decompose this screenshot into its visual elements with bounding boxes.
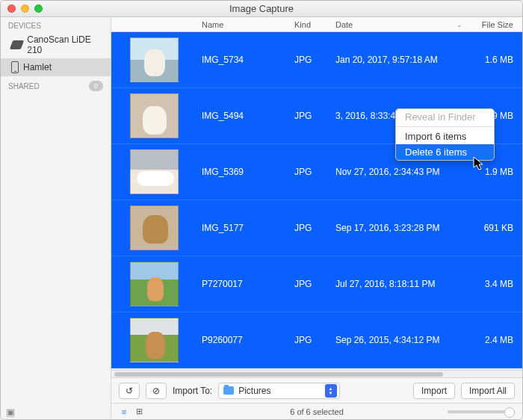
thumbnail-image [130, 206, 179, 250]
column-header-date[interactable]: Date ⌄ [335, 20, 470, 29]
import-to-label: Import To: [173, 386, 212, 396]
cell-name: IMG_5494 [197, 111, 294, 121]
delete-button[interactable]: ⊘ [146, 383, 167, 399]
column-headers: Name Kind Date ⌄ File Size [111, 17, 522, 32]
title-bar: Image Capture [1, 1, 522, 17]
cell-date: Nov 27, 2016, 2:34:43 PM [335, 167, 470, 177]
table-row[interactable]: IMG_5177 JPG Sep 17, 2016, 3:23:28 PM 69… [111, 200, 522, 256]
cell-size: 3.4 MB [470, 279, 522, 289]
cell-name: IMG_5369 [197, 167, 294, 177]
status-bar: ≡ ⊞ 6 of 6 selected [111, 403, 522, 419]
cell-kind: JPG [294, 335, 335, 345]
cell-date: Sep 26, 2015, 4:34:12 PM [335, 335, 470, 345]
thumbnail-image [130, 262, 179, 306]
window-title: Image Capture [1, 3, 522, 14]
list-view-button[interactable]: ≡ [119, 407, 129, 416]
context-menu-delete[interactable]: Delete 6 items [396, 144, 494, 160]
scanner-icon [10, 40, 25, 49]
bottom-toolbar: ↺ ⊘ Import To: Pictures ▲▼ Import Import… [111, 377, 522, 403]
sidebar: DEVICES CanoScan LiDE 210 Hamlet SHARED … [1, 17, 111, 419]
thumbnail-cell [111, 93, 197, 138]
cell-kind: JPG [294, 55, 335, 65]
table-row[interactable]: P7270017 JPG Jul 27, 2016, 8:18:11 PM 3.… [111, 256, 522, 312]
rotate-icon: ↺ [126, 386, 133, 396]
thumbnail-image [130, 37, 179, 82]
cell-kind: JPG [294, 279, 335, 289]
folder-icon [223, 386, 234, 395]
thumbnail-image [130, 93, 179, 138]
delete-icon: ⊘ [152, 386, 160, 396]
import-all-button[interactable]: Import All [461, 383, 515, 399]
window-body: DEVICES CanoScan LiDE 210 Hamlet SHARED … [1, 17, 522, 419]
thumbnail-cell [111, 262, 197, 306]
thumbnail-cell [111, 37, 197, 82]
show-details-button[interactable]: ▣ [6, 407, 15, 418]
sidebar-section-devices: DEVICES [1, 17, 111, 31]
thumbnail-image [130, 318, 179, 362]
import-to-select[interactable]: Pictures ▲▼ [218, 383, 339, 399]
column-header-kind[interactable]: Kind [294, 20, 335, 29]
select-caret-icon: ▲▼ [325, 384, 337, 398]
context-menu-import[interactable]: Import 6 items [396, 129, 494, 144]
rotate-button[interactable]: ↺ [119, 383, 140, 399]
sidebar-item-phone[interactable]: Hamlet [1, 58, 111, 76]
cell-size: 2.4 MB [470, 335, 522, 345]
cell-name: P7270017 [197, 279, 294, 289]
context-menu: Reveal in Finder Import 6 items Delete 6… [395, 108, 495, 161]
thumbnail-cell [111, 149, 197, 194]
column-header-label: Date [335, 20, 353, 29]
column-header-size[interactable]: File Size [470, 20, 522, 29]
cell-name: P9260077 [197, 335, 294, 345]
image-capture-window: Image Capture DEVICES CanoScan LiDE 210 … [0, 0, 523, 420]
thumbnail-cell [111, 318, 197, 362]
thumbnail-size-slider[interactable] [448, 410, 515, 413]
sidebar-section-label: SHARED [8, 82, 40, 90]
menu-separator [396, 126, 494, 127]
image-list: IMG_5734 JPG Jan 20, 2017, 9:57:18 AM 1.… [111, 32, 522, 370]
phone-icon [11, 61, 19, 73]
thumbnail-cell [111, 206, 197, 250]
thumbnail-image [130, 149, 179, 194]
folder-name: Pictures [238, 386, 270, 396]
sidebar-item-label: CanoScan LiDE 210 [27, 34, 105, 55]
shared-count-badge: 0 [89, 81, 103, 91]
cell-name: IMG_5734 [197, 55, 294, 65]
column-header-name[interactable]: Name [197, 20, 294, 29]
import-button[interactable]: Import [413, 383, 455, 399]
cell-kind: JPG [294, 167, 335, 177]
table-row[interactable]: IMG_5734 JPG Jan 20, 2017, 9:57:18 AM 1.… [111, 32, 522, 88]
horizontal-scrollbar[interactable] [111, 370, 522, 377]
context-menu-reveal: Reveal in Finder [396, 109, 494, 125]
cell-size: 1.6 MB [470, 55, 522, 65]
sidebar-item-label: Hamlet [23, 62, 52, 72]
chevron-down-icon: ⌄ [457, 21, 462, 28]
cell-date: Jul 27, 2016, 8:18:11 PM [335, 279, 470, 289]
cell-name: IMG_5177 [197, 223, 294, 233]
cell-date: Jan 20, 2017, 9:57:18 AM [335, 55, 470, 65]
table-row[interactable]: P9260077 JPG Sep 26, 2015, 4:34:12 PM 2.… [111, 312, 522, 368]
view-toggle: ≡ ⊞ [119, 407, 144, 416]
cell-size: 691 KB [470, 223, 522, 233]
cell-size: 1.9 MB [470, 167, 522, 177]
main-panel: Name Kind Date ⌄ File Size IMG_5734 JPG … [111, 17, 522, 419]
cell-date: Sep 17, 2016, 3:23:28 PM [335, 223, 470, 233]
cell-kind: JPG [294, 111, 335, 121]
sidebar-section-label: DEVICES [8, 22, 41, 30]
cell-kind: JPG [294, 223, 335, 233]
grid-view-button[interactable]: ⊞ [134, 407, 144, 416]
sidebar-item-scanner[interactable]: CanoScan LiDE 210 [1, 31, 111, 58]
sidebar-section-shared: SHARED 0 [1, 76, 111, 93]
